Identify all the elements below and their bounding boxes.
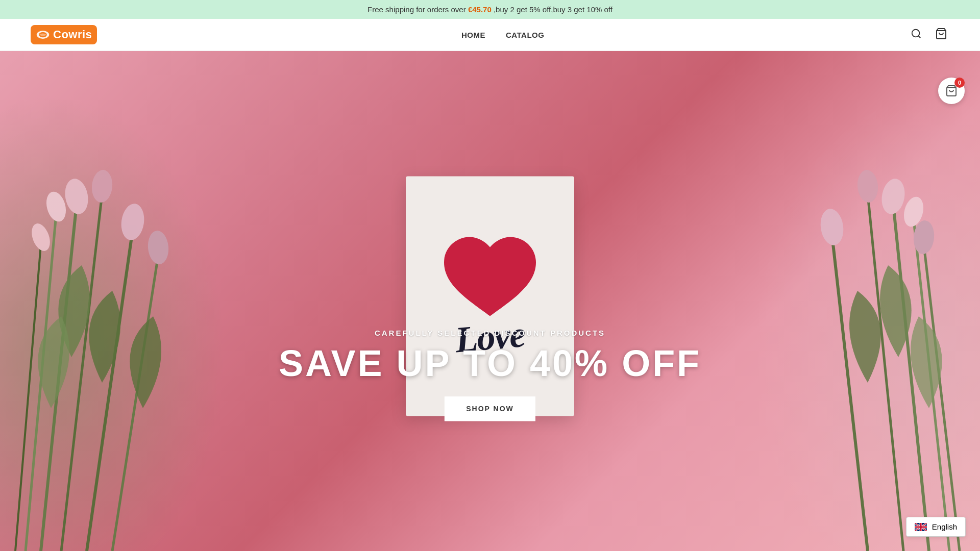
svg-point-15	[146, 230, 170, 265]
svg-line-10	[15, 245, 41, 551]
language-label: English	[932, 522, 957, 531]
banner-amount: €45.70	[468, 5, 492, 14]
uk-flag-icon	[915, 523, 927, 531]
cart-badge: 0	[954, 78, 965, 88]
floating-cart-button[interactable]: 0	[938, 78, 965, 104]
svg-point-12	[90, 169, 113, 203]
hero-content: CAREFULLY SELECTED DISCOUNT PRODUCTS SAV…	[279, 329, 701, 421]
svg-point-2	[912, 29, 920, 37]
svg-point-25	[818, 207, 846, 246]
nav-catalog[interactable]: CATALOG	[506, 31, 544, 39]
banner-text-suffix: ,buy 2 get 5% off,buy 3 get 10% off	[492, 5, 612, 14]
banner-text-prefix: Free shipping for orders over	[368, 5, 468, 14]
svg-line-9	[112, 255, 158, 551]
cart-icon	[935, 28, 947, 40]
site-header: Cowris HOME CATALOG	[0, 19, 980, 51]
heart-svg	[439, 234, 541, 326]
logo-icon	[36, 30, 50, 40]
search-icon	[911, 28, 922, 39]
logo-box: Cowris	[31, 25, 97, 44]
svg-point-22	[879, 177, 907, 216]
svg-point-14	[119, 202, 146, 241]
hero-title: SAVE UP TO 40% OFF	[279, 342, 701, 384]
svg-point-23	[856, 169, 879, 203]
svg-point-11	[62, 177, 90, 216]
nav-home[interactable]: HOME	[461, 31, 485, 39]
hero-section: Love CAREFULLY SELECTED DISCOUNT PRODUCT…	[0, 51, 980, 551]
svg-point-16	[28, 221, 53, 254]
svg-line-20	[832, 235, 868, 551]
floating-cart-icon	[945, 85, 958, 97]
promo-banner: Free shipping for orders over €45.70 ,bu…	[0, 0, 980, 19]
cart-button[interactable]	[933, 26, 949, 44]
shop-now-button[interactable]: SHOP NOW	[445, 396, 535, 421]
nav-icons	[909, 26, 949, 44]
main-nav: HOME CATALOG	[461, 31, 544, 39]
logo-area[interactable]: Cowris	[31, 25, 97, 44]
language-selector[interactable]: English	[906, 517, 966, 537]
search-button[interactable]	[909, 26, 924, 44]
left-tulips-svg	[0, 51, 265, 551]
right-tulips-svg	[674, 51, 980, 551]
logo-text: Cowris	[53, 28, 92, 41]
svg-line-3	[918, 36, 920, 38]
hero-subtitle: CAREFULLY SELECTED DISCOUNT PRODUCTS	[279, 329, 701, 337]
